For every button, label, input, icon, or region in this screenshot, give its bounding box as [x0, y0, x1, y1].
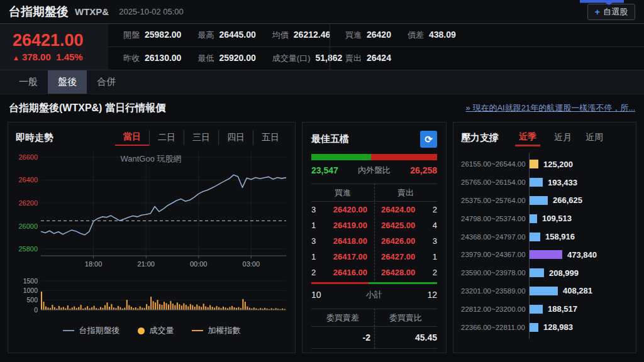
svg-text:500: 500: [26, 296, 38, 304]
main-content: 即時走勢 當日二日三日四日五日 266002640026200260002580…: [0, 122, 644, 353]
stat-value: 25982.00: [145, 30, 181, 40]
period-tab-當日[interactable]: 當日: [115, 129, 149, 146]
quote-stat-label: 價差: [408, 30, 424, 41]
quote-stat-value: 26424: [367, 53, 391, 63]
stat: 昨收26130.00: [123, 53, 181, 64]
stats-row-2: 昨收26130.00最低25920.00成交量(口)51,862: [108, 47, 330, 70]
buy-volume: 1: [311, 252, 316, 261]
price-range: 22366.00~22811.00: [461, 324, 530, 331]
tab-合併[interactable]: 合併: [87, 70, 126, 94]
volume-chart: 150010005000: [16, 276, 287, 320]
sell-side: 26426.003: [374, 236, 437, 246]
buy-side: 126419.00: [311, 221, 374, 230]
view-tabs: 一般盤後合併: [0, 70, 644, 94]
quote-stat: 賣出26424: [345, 53, 391, 64]
subtotal-buy-bar: [311, 282, 369, 284]
quote-stat-value: 26420: [367, 30, 391, 40]
quote-stat: 價差438.09: [408, 30, 456, 41]
quote-strip: 26421.00 ▲378.00 1.45% 開盤25982.00最高26445…: [0, 24, 644, 70]
refresh-icon[interactable]: ⟳: [420, 131, 437, 148]
svg-text:0: 0: [34, 306, 38, 314]
order-diff-table: 委買賣差 委買賣比 -2 45.45: [311, 309, 437, 349]
sell-ratio-bar: [371, 154, 437, 160]
period-tab-三日[interactable]: 三日: [184, 130, 218, 145]
pressure-row: 26155.00~26544.00125,200: [461, 155, 628, 173]
buy-column-header: 買進: [311, 187, 374, 199]
subtotal-row: 10 小計 12: [311, 287, 437, 302]
best-five-panel: 最佳五檔 ⟳ 23,547 內外盤比 26,258 買進 賣出 326420.0…: [302, 122, 447, 353]
pressure-bar: [530, 287, 558, 295]
ratio-value: 45.45: [378, 332, 437, 343]
svg-text:03:00: 03:00: [243, 260, 260, 268]
symbol-code: WTXP&: [75, 6, 109, 17]
pressure-bar: [530, 250, 562, 259]
top-bar: 台指期盤後 WTXP& 2025-10-02 05:00 + 自選股: [0, 0, 644, 24]
order-diff-header: 委買賣差 委買賣比: [311, 309, 437, 327]
pressure-tab-近月[interactable]: 近月: [554, 130, 572, 145]
stat: 均價26212.46: [272, 30, 330, 41]
best5-title: 最佳五檔: [311, 133, 349, 145]
price-range: 26155.00~26544.00: [461, 160, 530, 168]
pressure-row: 25375.00~25764.00266,625: [461, 192, 628, 210]
sell-volume: 2: [433, 205, 437, 214]
sell-volume: 4: [433, 221, 437, 230]
buy-side: 326420.00: [311, 205, 374, 214]
best5-row: 126417.0026427.001: [311, 249, 437, 265]
stat-value: 26445.00: [219, 30, 255, 40]
outer-volume: 26,258: [410, 165, 437, 175]
pressure-value: 408,281: [563, 286, 592, 295]
sell-price: 26428.00: [381, 268, 415, 277]
svg-text:18:00: 18:00: [85, 260, 103, 268]
pressure-tab-近季[interactable]: 近季: [515, 129, 540, 146]
stat-value: 26212.46: [294, 30, 330, 40]
price-range: 25375.00~25764.00: [461, 197, 530, 204]
tab-一般[interactable]: 一般: [9, 70, 48, 94]
ratio-label: 委買賣比: [374, 312, 437, 324]
pressure-tabs: 近季近月近周: [515, 129, 617, 146]
change-percent: 1.45%: [56, 52, 83, 62]
stat-label: 開盤: [123, 30, 140, 41]
sell-side: 26425.004: [374, 221, 437, 230]
pressure-value: 473,840: [567, 250, 597, 260]
price-change: ▲378.00 1.45%: [13, 52, 108, 62]
price-range: 23590.00~23978.00: [461, 269, 530, 277]
pressure-value: 208,999: [549, 268, 579, 278]
best5-row: 126419.0026425.004: [311, 217, 437, 233]
pressure-bar: [530, 268, 544, 277]
stat: 最低25920.00: [197, 53, 255, 64]
stat-label: 昨收: [123, 53, 140, 64]
best5-row: 326418.0026426.003: [311, 233, 437, 249]
pressure-bar: [530, 214, 537, 223]
period-tab-四日[interactable]: 四日: [218, 130, 253, 145]
pressure-bar: [530, 233, 540, 241]
pressure-value: 266,625: [553, 195, 582, 205]
pressure-bar: [530, 160, 538, 168]
stat-value: 26130.00: [145, 53, 181, 63]
price-box: 26421.00 ▲378.00 1.45%: [0, 24, 108, 70]
pressure-title: 壓力支撐: [461, 132, 499, 144]
pressure-baseline: [529, 153, 530, 339]
last-price: 26421.00: [13, 31, 108, 50]
pressure-tab-近周[interactable]: 近周: [586, 130, 603, 145]
news-link[interactable]: » 現在的AI就跟21年的航運股一樣漲不停，所...: [466, 102, 635, 114]
sell-side: 26428.002: [374, 268, 437, 277]
pressure-row: 24368.00~24797.00158,916: [461, 228, 628, 246]
period-tab-五日[interactable]: 五日: [253, 130, 287, 145]
svg-text:1500: 1500: [23, 277, 38, 285]
buy-volume: 2: [311, 268, 316, 277]
period-tab-二日[interactable]: 二日: [149, 130, 184, 145]
svg-text:1000: 1000: [23, 287, 38, 294]
buy-price: 26420.00: [333, 205, 367, 214]
quote-stat: 買進26420: [345, 30, 391, 41]
best5-table: 買進 賣出 326420.0026424.002126419.0026425.0…: [311, 184, 437, 280]
add-watchlist-button[interactable]: + 自選股: [587, 4, 635, 20]
stat: 最高26445.00: [197, 30, 255, 41]
subtotal-buy: 10: [311, 290, 366, 300]
sell-volume: 1: [433, 252, 437, 261]
best5-rows: 326420.0026424.002126419.0026425.0043264…: [311, 202, 437, 280]
tab-盤後[interactable]: 盤後: [48, 70, 87, 94]
sell-side: 26427.001: [374, 252, 437, 261]
legend-item-台指期盤後: 台指期盤後: [63, 325, 120, 336]
pressure-row: 22812.00~23200.00188,517: [461, 300, 628, 318]
change-value: 378.00: [22, 52, 51, 62]
